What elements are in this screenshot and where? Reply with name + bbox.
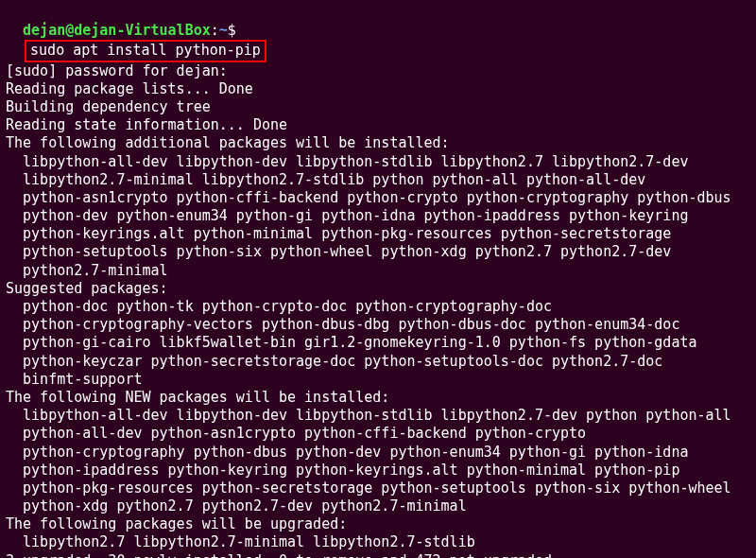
- output-line: python-gi-cairo libkf5wallet-bin gir1.2-…: [6, 334, 750, 352]
- output-line: python-all-dev python-asn1crypto python-…: [6, 425, 750, 443]
- output-line: [sudo] password for dejan:: [6, 62, 750, 80]
- output-line: libpython2.7-minimal libpython2.7-stdlib…: [6, 171, 750, 189]
- prompt-user: dejan@dejan-VirtualBox: [23, 22, 211, 39]
- output-line: python-keyrings.alt python-minimal pytho…: [6, 225, 750, 243]
- output-line: Building dependency tree: [6, 98, 750, 116]
- output-line: python-asn1crypto python-cffi-backend py…: [6, 189, 750, 207]
- output-line: libpython-all-dev libpython-dev libpytho…: [6, 407, 750, 425]
- output-line: python-xdg python2.7 python2.7-dev pytho…: [6, 497, 750, 515]
- prompt-line: dejan@dejan-VirtualBox:~$ sudo apt insta…: [6, 4, 750, 62]
- output-line: The following NEW packages will be insta…: [6, 389, 750, 407]
- output-line: python-setuptools python-six python-whee…: [6, 243, 750, 261]
- output-line: Reading package lists... Done: [6, 80, 750, 98]
- prompt-dollar: $: [228, 22, 236, 39]
- command-highlight: sudo apt install python-pip: [25, 40, 266, 61]
- output-line: libpython-all-dev libpython-dev libpytho…: [6, 153, 750, 171]
- output-line: python-keyczar python-secretstorage-doc …: [6, 353, 750, 371]
- output-line: binfmt-support: [6, 371, 750, 389]
- output-line: Suggested packages:: [6, 280, 750, 298]
- output-line: python-cryptography-vectors python-dbus-…: [6, 316, 750, 334]
- output-line: libpython2.7 libpython2.7-minimal libpyt…: [6, 533, 750, 551]
- output-line: python-pkg-resources python-secretstorag…: [6, 480, 750, 497]
- command-text: sudo apt install python-pip: [30, 42, 261, 59]
- prompt-path: ~: [219, 22, 228, 39]
- output-line: python-ipaddress python-keyring python-k…: [6, 462, 750, 480]
- output-line: Reading state information... Done: [6, 116, 750, 134]
- output-line: python2.7-minimal: [6, 262, 750, 280]
- output-line: The following packages will be upgraded:: [6, 515, 750, 533]
- output-line: python-cryptography python-dbus python-d…: [6, 444, 750, 462]
- output-line: python-dev python-enum34 python-gi pytho…: [6, 207, 750, 225]
- prompt-sep: :: [211, 22, 219, 39]
- output-line: 3 upgraded, 30 newly installed, 0 to rem…: [6, 552, 750, 558]
- output-line: The following additional packages will b…: [6, 134, 750, 152]
- output-line: python-doc python-tk python-crypto-doc p…: [6, 298, 750, 316]
